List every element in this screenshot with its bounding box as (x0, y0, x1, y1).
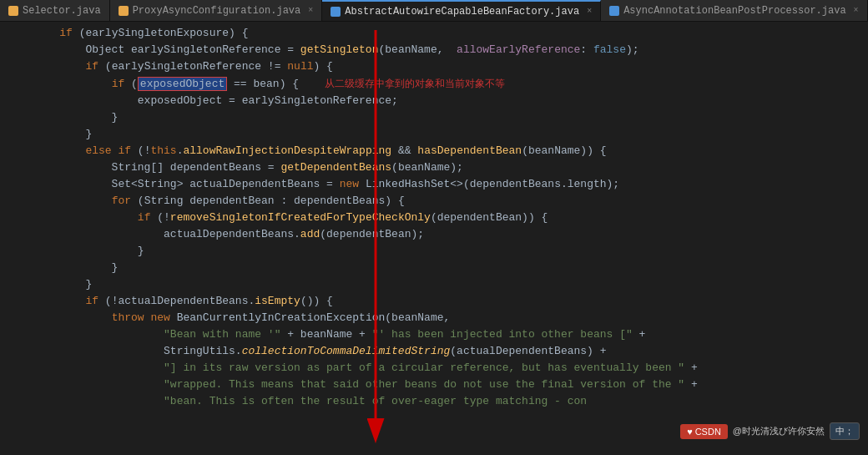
code-line-4: if (exposedObject == bean) { 从二级缓存中拿到的对象… (0, 75, 868, 93)
code-line-22: "wrapped. This means that said other bea… (0, 377, 868, 393)
tab-abstract[interactable]: AbstractAutowireCapableBeanFactory.java … (322, 0, 601, 21)
tab-label-abstract: AbstractAutowireCapableBeanFactory.java (345, 6, 579, 18)
csdn-label: CSDN (695, 427, 721, 437)
tab-proxy[interactable]: ProxyAsyncConfiguration.java × (110, 0, 323, 21)
code-line-1: if (earlySingletonExposure) { (0, 25, 868, 42)
author-text: @时光清浅び许你安然 (733, 425, 825, 437)
code-line-8: else if (!this.allowRawInjectionDespiteW… (0, 143, 868, 159)
code-line-21: "] in its raw version as part of a circu… (0, 360, 868, 377)
tab-icon-async (609, 6, 619, 16)
code-line-13: actualDependentBeans.add(dependentBean); (0, 226, 868, 243)
code-line-16: } (0, 276, 868, 293)
code-editor: if (earlySingletonExposure) { Object ear… (0, 22, 868, 455)
code-line-20: StringUtils.collectionToCommaDelimitedSt… (0, 343, 868, 360)
tab-icon-selector (8, 6, 18, 16)
tab-icon-proxy (119, 6, 129, 16)
tab-label-async: AsyncAnnotationBeanPostProcessor.java (623, 5, 845, 17)
code-line-10: Set<String> actualDependentBeans = new L… (0, 176, 868, 193)
code-line-5: exposedObject = earlySingletonReference; (0, 93, 868, 109)
code-line-7: } (0, 126, 868, 143)
code-line-3: if (earlySingletonReference != null) { (0, 58, 868, 75)
code-line-14: } (0, 243, 868, 260)
code-line-12: if (!removeSingletonIfCreatedForTypeChec… (0, 210, 868, 226)
heart-icon: ♥ (687, 427, 693, 437)
tab-icon-abstract (331, 7, 341, 17)
csdn-badge: ♥ CSDN (680, 424, 728, 439)
code-line-2: Object earlySingletonReference = getSing… (0, 42, 868, 58)
tab-close-proxy[interactable]: × (308, 6, 313, 15)
tab-selector[interactable]: Selector.java (0, 0, 110, 21)
code-line-18: throw new BeanCurrentlyInCreationExcepti… (0, 310, 868, 326)
tab-async[interactable]: AsyncAnnotationBeanPostProcessor.java × (601, 0, 867, 21)
code-line-19: "Bean with name '" + beanName + "' has b… (0, 326, 868, 343)
watermark: ♥ CSDN @时光清浅び许你安然 中； (680, 422, 860, 440)
code-line-17: if (!actualDependentBeans.isEmpty()) { (0, 293, 868, 310)
code-line-6: } (0, 109, 868, 126)
code-line-9: String[] dependentBeans = getDependentBe… (0, 159, 868, 176)
tab-close-async[interactable]: × (854, 6, 859, 15)
code-line-15: } (0, 260, 868, 276)
tab-bar: Selector.java ProxyAsyncConfiguration.ja… (0, 0, 868, 22)
lang-badge: 中； (830, 422, 860, 440)
code-line-11: for (String dependentBean : dependentBea… (0, 193, 868, 210)
code-line-23: "bean. This is often the result of over-… (0, 393, 868, 410)
tab-label-selector: Selector.java (23, 5, 101, 17)
tab-label-proxy: ProxyAsyncConfiguration.java (133, 5, 301, 17)
tab-close-abstract[interactable]: × (587, 7, 592, 16)
